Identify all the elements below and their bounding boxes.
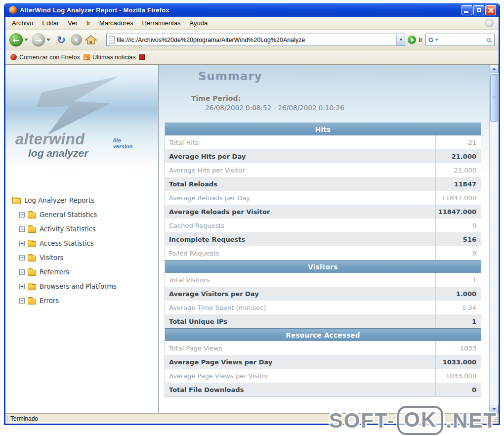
stat-row-total-file-downloads: Total File Downloads0 [165, 383, 481, 396]
expand-icon[interactable]: + [19, 226, 25, 232]
stat-row-total-unique-ips: Total Unique IPs1 [165, 314, 481, 328]
close-button[interactable] [485, 5, 496, 15]
activity-indicator-icon [485, 19, 494, 27]
stat-row-average-page-views-per-day: Average Page Views per Day1033.000 [165, 355, 481, 369]
tree-item-label: Errors [40, 297, 59, 305]
vertical-scrollbar[interactable] [489, 65, 499, 413]
logo-brand: alterwind [15, 131, 88, 147]
expand-icon[interactable]: + [19, 298, 25, 304]
forward-group: → [32, 33, 52, 46]
search-engine-dropdown-icon[interactable] [435, 39, 438, 41]
stop-button[interactable]: × [69, 33, 83, 47]
address-dropdown-button[interactable]: ▼ [396, 34, 405, 45]
stat-label: Failed Requests [165, 250, 435, 257]
stat-value: 0 [435, 383, 481, 396]
news-item-icon [139, 54, 145, 60]
forward-dropdown-icon[interactable] [46, 39, 50, 41]
search-input[interactable]: G [425, 34, 495, 46]
watermark-part2: OK [397, 406, 443, 435]
maximize-button[interactable] [473, 5, 484, 15]
tree-item-general-statistics[interactable]: +General Statistics [5, 208, 158, 222]
stat-label: Average Reloads per Visitor [165, 208, 435, 216]
stat-row-average-hits-per-visitor: Average Hits per Visitor21.000 [165, 163, 481, 177]
go-button[interactable] [408, 36, 416, 44]
tree-item-referrers[interactable]: +Referrers [5, 265, 158, 279]
stat-row-average-visitors-per-day: Average Visitors per Day1.000 [165, 287, 481, 301]
title-bar[interactable]: AlterWind Log Analyzer Report - Mozilla … [5, 3, 499, 17]
tree-item-log-analyzer-reports[interactable]: Log Analyzer Reports [5, 193, 158, 208]
stats-table: HitsTotal Hits21Average Hits per Day21.0… [165, 123, 481, 397]
stat-row-average-hits-per-day: Average Hits per Day21.000 [165, 149, 481, 163]
folder-icon [28, 213, 36, 218]
expand-icon[interactable]: + [19, 269, 25, 275]
tree-item-label: Visitors [40, 254, 63, 262]
stat-label: Average Hits per Day [165, 153, 435, 160]
forward-button[interactable]: → [32, 33, 45, 46]
menu-editar[interactable]: Editar [38, 17, 63, 29]
tree-item-label: Access Statistics [40, 240, 94, 247]
menu-ir[interactable]: Ir [82, 17, 95, 29]
menu-ver[interactable]: Ver [63, 17, 82, 29]
back-button[interactable]: ← [9, 33, 23, 46]
report-frame: Summary Time Period: 26/08/2002 0:08:52 … [159, 65, 489, 413]
watermark-part1: SOFT- [329, 409, 395, 433]
menu-herramientas[interactable]: Herramientas [137, 17, 185, 29]
expand-icon[interactable]: + [19, 212, 25, 218]
stat-row-average-reloads-per-day: Average Reloads per Day11847.000 [165, 191, 481, 205]
stat-row-incomplete-requests: Incomplete Requests516 [165, 232, 481, 246]
screenshot-stage: AlterWind Log Analyzer Report - Mozilla … [0, 0, 504, 436]
scrollbar-track[interactable] [490, 73, 499, 405]
tree-item-browsers-and-platforms[interactable]: +Browsers and Platforms [5, 279, 158, 294]
browser-window: AlterWind Log Analyzer Report - Mozilla … [4, 3, 500, 425]
back-dropdown-icon[interactable] [24, 39, 28, 41]
scroll-up-button[interactable] [490, 65, 499, 73]
expand-icon[interactable]: + [19, 255, 25, 261]
report-title: Summary [198, 70, 489, 83]
stat-label: Incomplete Requests [165, 236, 435, 243]
back-group: ← [9, 33, 30, 46]
reload-icon: ↻ [57, 34, 66, 46]
menu-archivo[interactable]: Archivo [7, 17, 38, 29]
window-controls [462, 5, 496, 15]
stat-label: Average Reloads per Day [165, 194, 435, 202]
stat-label: Average Page Views per Visitor [165, 372, 435, 380]
tree-item-errors[interactable]: +Errors [5, 294, 158, 308]
address-input[interactable]: file:///c:/Archivos%20de%20programa/Alte… [117, 37, 396, 44]
stat-label: Average Hits per Visitor [165, 167, 435, 174]
minimize-button[interactable] [462, 5, 472, 15]
stat-value: 11847.000 [435, 191, 481, 205]
tree-item-label: Activity Statistics [40, 225, 96, 233]
section-header-visitors: Visitors [165, 260, 481, 273]
stat-row-cached-requests: Cached Requests0 [165, 218, 481, 232]
google-logo-icon: G [428, 36, 433, 44]
tree-item-label: General Statistics [40, 211, 97, 218]
home-button[interactable] [84, 33, 98, 47]
search-icon [487, 38, 491, 42]
stat-value: 0 [435, 218, 481, 232]
tree-item-activity-statistics[interactable]: +Activity Statistics [5, 222, 158, 236]
stat-row-total-page-views: Total Page Views1033 [165, 341, 481, 355]
menu-ayuda[interactable]: Ayuda [185, 17, 212, 29]
reload-button[interactable]: ↻ [54, 33, 68, 47]
stat-label: Total Reloads [165, 180, 435, 188]
stat-row-average-page-views-per-visitor: Average Page Views per Visitor1033.000 [165, 369, 481, 383]
go-label[interactable]: Ir [419, 37, 422, 44]
expand-icon[interactable]: + [19, 241, 25, 246]
content-area: alterwind log analyzer lite version Log … [5, 64, 499, 413]
scrollbar-thumb[interactable] [490, 74, 498, 122]
logo-swoosh-icon [33, 74, 126, 138]
bookmark-label: Últimas noticias [92, 54, 136, 61]
page-icon [109, 36, 115, 44]
bookmark-getting-started[interactable]: Comenzar con Firefox [10, 54, 80, 61]
logo-text: alterwind log analyzer [15, 131, 88, 158]
scroll-up-icon [492, 68, 496, 70]
expand-icon[interactable]: + [19, 284, 25, 289]
time-period-value: 26/08/2002 0:08:52 - 26/08/2002 0:10:26 [205, 104, 489, 112]
menu-marcadores[interactable]: Marcadores [95, 17, 138, 29]
sidebar: alterwind log analyzer lite version Log … [5, 65, 159, 413]
address-bar[interactable]: file:///c:/Archivos%20de%20programa/Alte… [106, 34, 405, 46]
tree-item-visitors[interactable]: +Visitors [5, 251, 158, 265]
stat-label: Total Unique IPs [165, 318, 435, 325]
tree-item-access-statistics[interactable]: +Access Statistics [5, 236, 158, 251]
bookmark-latest-headlines[interactable]: Últimas noticias [84, 54, 145, 61]
